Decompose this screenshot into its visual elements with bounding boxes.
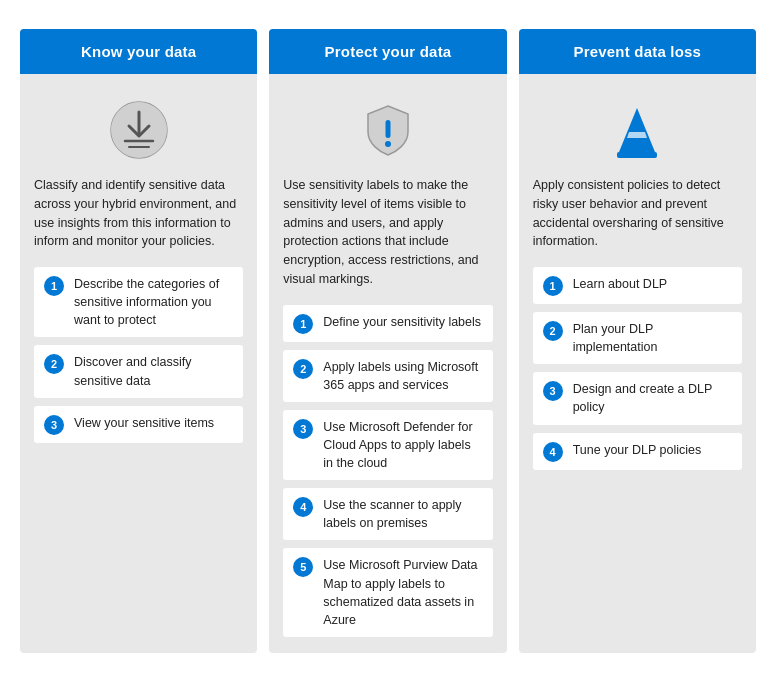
column-know-your-data: Know your data Classify and identify sen…	[20, 29, 257, 653]
protect-your-data-step-5[interactable]: 5Use Microsoft Purview Data Map to apply…	[283, 548, 492, 637]
know-your-data-step-1[interactable]: 1Describe the categories of sensitive in…	[34, 267, 243, 337]
prevent-data-loss-step-3-number: 3	[543, 381, 563, 401]
prevent-data-loss-header: Prevent data loss	[519, 29, 756, 74]
prevent-data-loss-step-4[interactable]: 4Tune your DLP policies	[533, 433, 742, 470]
know-your-data-step-1-text: Describe the categories of sensitive inf…	[74, 275, 233, 329]
prevent-data-loss-step-list: 1Learn about DLP2Plan your DLP implement…	[533, 267, 742, 470]
know-your-data-body: Classify and identify sensitive data acr…	[20, 74, 257, 653]
prevent-data-loss-step-3-text: Design and create a DLP policy	[573, 380, 732, 416]
prevent-data-loss-step-2-number: 2	[543, 321, 563, 341]
protect-your-data-step-4[interactable]: 4Use the scanner to apply labels on prem…	[283, 488, 492, 540]
know-your-data-step-3-text: View your sensitive items	[74, 414, 214, 432]
protect-your-data-step-3-text: Use Microsoft Defender for Cloud Apps to…	[323, 418, 482, 472]
know-your-data-step-3-number: 3	[44, 415, 64, 435]
protect-your-data-step-4-number: 4	[293, 497, 313, 517]
protect-your-data-step-3[interactable]: 3Use Microsoft Defender for Cloud Apps t…	[283, 410, 492, 480]
prevent-data-loss-step-1-text: Learn about DLP	[573, 275, 668, 293]
protect-your-data-step-list: 1Define your sensitivity labels2Apply la…	[283, 305, 492, 637]
know-your-data-step-2[interactable]: 2Discover and classify sensitive data	[34, 345, 243, 397]
prevent-data-loss-step-4-text: Tune your DLP policies	[573, 441, 702, 459]
protect-your-data-icon	[283, 90, 492, 166]
svg-marker-8	[627, 132, 647, 138]
know-your-data-description: Classify and identify sensitive data acr…	[34, 176, 243, 251]
protect-your-data-body: Use sensitivity labels to make the sensi…	[269, 74, 506, 653]
protect-your-data-description: Use sensitivity labels to make the sensi…	[283, 176, 492, 289]
protect-your-data-step-5-text: Use Microsoft Purview Data Map to apply …	[323, 556, 482, 629]
protect-your-data-step-4-text: Use the scanner to apply labels on premi…	[323, 496, 482, 532]
svg-rect-5	[385, 120, 390, 138]
prevent-data-loss-step-2-text: Plan your DLP implementation	[573, 320, 732, 356]
protect-your-data-step-1[interactable]: 1Define your sensitivity labels	[283, 305, 492, 342]
prevent-data-loss-icon	[533, 90, 742, 166]
column-prevent-data-loss: Prevent data loss Apply consistent polic…	[519, 29, 756, 653]
know-your-data-step-2-text: Discover and classify sensitive data	[74, 353, 233, 389]
know-your-data-step-3[interactable]: 3View your sensitive items	[34, 406, 243, 443]
svg-rect-9	[617, 152, 657, 158]
prevent-data-loss-body: Apply consistent policies to detect risk…	[519, 74, 756, 653]
prevent-data-loss-step-2[interactable]: 2Plan your DLP implementation	[533, 312, 742, 364]
know-your-data-step-1-number: 1	[44, 276, 64, 296]
protect-your-data-step-3-number: 3	[293, 419, 313, 439]
protect-your-data-step-5-number: 5	[293, 557, 313, 577]
prevent-data-loss-step-4-number: 4	[543, 442, 563, 462]
protect-your-data-step-1-number: 1	[293, 314, 313, 334]
svg-point-6	[385, 141, 391, 147]
column-protect-your-data: Protect your data Use sensitivity labels…	[269, 29, 506, 653]
protect-your-data-step-2-text: Apply labels using Microsoft 365 apps an…	[323, 358, 482, 394]
main-container: Know your data Classify and identify sen…	[0, 9, 776, 673]
prevent-data-loss-step-1[interactable]: 1Learn about DLP	[533, 267, 742, 304]
protect-your-data-step-2-number: 2	[293, 359, 313, 379]
protect-your-data-step-2[interactable]: 2Apply labels using Microsoft 365 apps a…	[283, 350, 492, 402]
know-your-data-step-list: 1Describe the categories of sensitive in…	[34, 267, 243, 443]
svg-marker-7	[619, 108, 655, 152]
protect-your-data-step-1-text: Define your sensitivity labels	[323, 313, 481, 331]
prevent-data-loss-step-3[interactable]: 3Design and create a DLP policy	[533, 372, 742, 424]
prevent-data-loss-step-1-number: 1	[543, 276, 563, 296]
know-your-data-step-2-number: 2	[44, 354, 64, 374]
know-your-data-icon	[34, 90, 243, 166]
protect-your-data-header: Protect your data	[269, 29, 506, 74]
prevent-data-loss-description: Apply consistent policies to detect risk…	[533, 176, 742, 251]
know-your-data-header: Know your data	[20, 29, 257, 74]
